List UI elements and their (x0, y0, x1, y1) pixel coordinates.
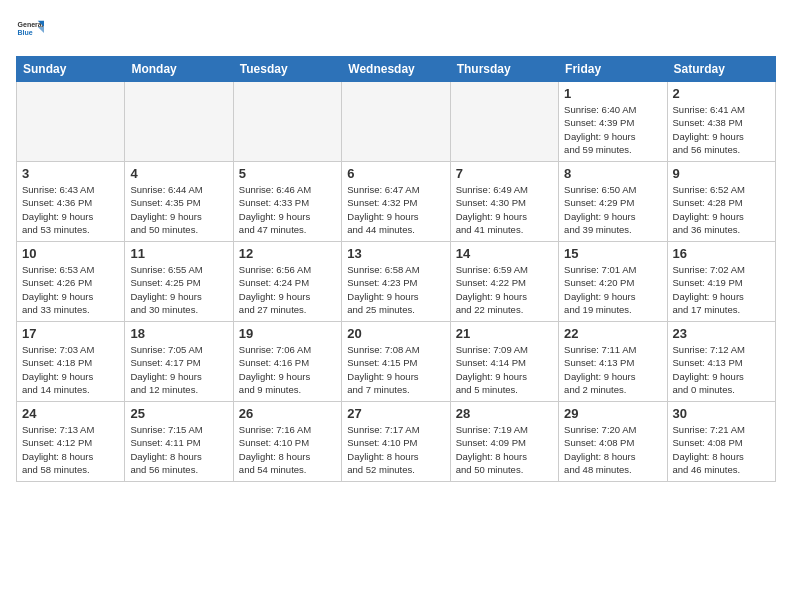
day-number: 19 (239, 326, 336, 341)
calendar-day-cell: 28Sunrise: 7:19 AM Sunset: 4:09 PM Dayli… (450, 402, 558, 482)
calendar-day-cell: 27Sunrise: 7:17 AM Sunset: 4:10 PM Dayli… (342, 402, 450, 482)
day-detail: Sunrise: 6:58 AM Sunset: 4:23 PM Dayligh… (347, 263, 444, 316)
day-detail: Sunrise: 7:06 AM Sunset: 4:16 PM Dayligh… (239, 343, 336, 396)
day-detail: Sunrise: 7:13 AM Sunset: 4:12 PM Dayligh… (22, 423, 119, 476)
day-number: 1 (564, 86, 661, 101)
day-detail: Sunrise: 7:11 AM Sunset: 4:13 PM Dayligh… (564, 343, 661, 396)
day-detail: Sunrise: 7:15 AM Sunset: 4:11 PM Dayligh… (130, 423, 227, 476)
header: General Blue (16, 16, 776, 44)
calendar-week-row: 17Sunrise: 7:03 AM Sunset: 4:18 PM Dayli… (17, 322, 776, 402)
day-detail: Sunrise: 6:41 AM Sunset: 4:38 PM Dayligh… (673, 103, 770, 156)
calendar-day-cell (233, 82, 341, 162)
day-detail: Sunrise: 6:46 AM Sunset: 4:33 PM Dayligh… (239, 183, 336, 236)
day-detail: Sunrise: 7:03 AM Sunset: 4:18 PM Dayligh… (22, 343, 119, 396)
day-detail: Sunrise: 7:05 AM Sunset: 4:17 PM Dayligh… (130, 343, 227, 396)
day-number: 4 (130, 166, 227, 181)
calendar-day-cell: 6Sunrise: 6:47 AM Sunset: 4:32 PM Daylig… (342, 162, 450, 242)
day-number: 28 (456, 406, 553, 421)
calendar-day-cell (125, 82, 233, 162)
day-number: 10 (22, 246, 119, 261)
calendar-day-cell: 20Sunrise: 7:08 AM Sunset: 4:15 PM Dayli… (342, 322, 450, 402)
calendar-day-cell: 4Sunrise: 6:44 AM Sunset: 4:35 PM Daylig… (125, 162, 233, 242)
day-detail: Sunrise: 7:09 AM Sunset: 4:14 PM Dayligh… (456, 343, 553, 396)
calendar-day-cell: 22Sunrise: 7:11 AM Sunset: 4:13 PM Dayli… (559, 322, 667, 402)
calendar-day-cell (342, 82, 450, 162)
day-number: 21 (456, 326, 553, 341)
day-detail: Sunrise: 6:55 AM Sunset: 4:25 PM Dayligh… (130, 263, 227, 316)
calendar-header-friday: Friday (559, 57, 667, 82)
calendar-day-cell: 18Sunrise: 7:05 AM Sunset: 4:17 PM Dayli… (125, 322, 233, 402)
calendar-day-cell: 7Sunrise: 6:49 AM Sunset: 4:30 PM Daylig… (450, 162, 558, 242)
calendar-header-thursday: Thursday (450, 57, 558, 82)
day-detail: Sunrise: 6:49 AM Sunset: 4:30 PM Dayligh… (456, 183, 553, 236)
day-detail: Sunrise: 6:44 AM Sunset: 4:35 PM Dayligh… (130, 183, 227, 236)
calendar-day-cell (450, 82, 558, 162)
day-detail: Sunrise: 7:01 AM Sunset: 4:20 PM Dayligh… (564, 263, 661, 316)
calendar-header-monday: Monday (125, 57, 233, 82)
day-number: 17 (22, 326, 119, 341)
calendar-day-cell: 26Sunrise: 7:16 AM Sunset: 4:10 PM Dayli… (233, 402, 341, 482)
day-detail: Sunrise: 7:16 AM Sunset: 4:10 PM Dayligh… (239, 423, 336, 476)
calendar-day-cell: 9Sunrise: 6:52 AM Sunset: 4:28 PM Daylig… (667, 162, 775, 242)
day-number: 7 (456, 166, 553, 181)
day-detail: Sunrise: 7:17 AM Sunset: 4:10 PM Dayligh… (347, 423, 444, 476)
calendar-table: SundayMondayTuesdayWednesdayThursdayFrid… (16, 56, 776, 482)
day-number: 29 (564, 406, 661, 421)
day-number: 25 (130, 406, 227, 421)
day-detail: Sunrise: 7:20 AM Sunset: 4:08 PM Dayligh… (564, 423, 661, 476)
logo-icon: General Blue (16, 16, 44, 44)
calendar-day-cell: 24Sunrise: 7:13 AM Sunset: 4:12 PM Dayli… (17, 402, 125, 482)
day-number: 12 (239, 246, 336, 261)
calendar-day-cell: 1Sunrise: 6:40 AM Sunset: 4:39 PM Daylig… (559, 82, 667, 162)
svg-text:Blue: Blue (18, 29, 33, 36)
day-detail: Sunrise: 6:52 AM Sunset: 4:28 PM Dayligh… (673, 183, 770, 236)
calendar-day-cell: 8Sunrise: 6:50 AM Sunset: 4:29 PM Daylig… (559, 162, 667, 242)
logo: General Blue (16, 16, 48, 44)
calendar-day-cell: 16Sunrise: 7:02 AM Sunset: 4:19 PM Dayli… (667, 242, 775, 322)
calendar-day-cell (17, 82, 125, 162)
day-number: 14 (456, 246, 553, 261)
calendar-day-cell: 21Sunrise: 7:09 AM Sunset: 4:14 PM Dayli… (450, 322, 558, 402)
calendar-day-cell: 17Sunrise: 7:03 AM Sunset: 4:18 PM Dayli… (17, 322, 125, 402)
day-number: 15 (564, 246, 661, 261)
day-detail: Sunrise: 6:43 AM Sunset: 4:36 PM Dayligh… (22, 183, 119, 236)
calendar-week-row: 24Sunrise: 7:13 AM Sunset: 4:12 PM Dayli… (17, 402, 776, 482)
day-detail: Sunrise: 7:21 AM Sunset: 4:08 PM Dayligh… (673, 423, 770, 476)
day-detail: Sunrise: 7:19 AM Sunset: 4:09 PM Dayligh… (456, 423, 553, 476)
calendar-week-row: 3Sunrise: 6:43 AM Sunset: 4:36 PM Daylig… (17, 162, 776, 242)
day-number: 26 (239, 406, 336, 421)
calendar-day-cell: 19Sunrise: 7:06 AM Sunset: 4:16 PM Dayli… (233, 322, 341, 402)
day-number: 30 (673, 406, 770, 421)
calendar-day-cell: 30Sunrise: 7:21 AM Sunset: 4:08 PM Dayli… (667, 402, 775, 482)
day-detail: Sunrise: 6:50 AM Sunset: 4:29 PM Dayligh… (564, 183, 661, 236)
calendar-header-sunday: Sunday (17, 57, 125, 82)
calendar-week-row: 10Sunrise: 6:53 AM Sunset: 4:26 PM Dayli… (17, 242, 776, 322)
day-detail: Sunrise: 7:08 AM Sunset: 4:15 PM Dayligh… (347, 343, 444, 396)
calendar-day-cell: 23Sunrise: 7:12 AM Sunset: 4:13 PM Dayli… (667, 322, 775, 402)
day-detail: Sunrise: 6:40 AM Sunset: 4:39 PM Dayligh… (564, 103, 661, 156)
calendar-day-cell: 12Sunrise: 6:56 AM Sunset: 4:24 PM Dayli… (233, 242, 341, 322)
calendar-header-tuesday: Tuesday (233, 57, 341, 82)
day-number: 20 (347, 326, 444, 341)
calendar-day-cell: 29Sunrise: 7:20 AM Sunset: 4:08 PM Dayli… (559, 402, 667, 482)
day-detail: Sunrise: 7:02 AM Sunset: 4:19 PM Dayligh… (673, 263, 770, 316)
calendar-day-cell: 2Sunrise: 6:41 AM Sunset: 4:38 PM Daylig… (667, 82, 775, 162)
day-number: 2 (673, 86, 770, 101)
calendar-header-row: SundayMondayTuesdayWednesdayThursdayFrid… (17, 57, 776, 82)
calendar-day-cell: 25Sunrise: 7:15 AM Sunset: 4:11 PM Dayli… (125, 402, 233, 482)
day-number: 24 (22, 406, 119, 421)
day-detail: Sunrise: 6:53 AM Sunset: 4:26 PM Dayligh… (22, 263, 119, 316)
calendar-day-cell: 15Sunrise: 7:01 AM Sunset: 4:20 PM Dayli… (559, 242, 667, 322)
day-number: 3 (22, 166, 119, 181)
day-detail: Sunrise: 6:47 AM Sunset: 4:32 PM Dayligh… (347, 183, 444, 236)
day-detail: Sunrise: 6:56 AM Sunset: 4:24 PM Dayligh… (239, 263, 336, 316)
day-number: 6 (347, 166, 444, 181)
calendar-week-row: 1Sunrise: 6:40 AM Sunset: 4:39 PM Daylig… (17, 82, 776, 162)
page-container: General Blue SundayMondayTuesdayWednesda… (0, 0, 792, 490)
calendar-header-saturday: Saturday (667, 57, 775, 82)
calendar-day-cell: 11Sunrise: 6:55 AM Sunset: 4:25 PM Dayli… (125, 242, 233, 322)
day-detail: Sunrise: 7:12 AM Sunset: 4:13 PM Dayligh… (673, 343, 770, 396)
day-number: 27 (347, 406, 444, 421)
day-number: 23 (673, 326, 770, 341)
day-number: 8 (564, 166, 661, 181)
